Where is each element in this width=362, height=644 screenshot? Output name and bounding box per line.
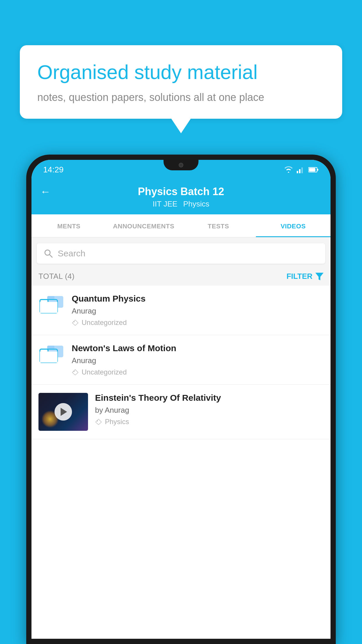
tag-label: Uncategorized [82,318,127,327]
tab-ments[interactable]: MENTS [31,214,106,237]
back-button[interactable]: ← [40,186,51,198]
speech-bubble-subtext: notes, question papers, solutions all at… [37,91,325,104]
svg-point-13 [73,321,75,322]
video-info: Newton's Laws of Motion Anurag Uncategor… [72,343,324,376]
list-item[interactable]: Quantum Physics Anurag Uncategorized [31,286,331,335]
header-tag-iitjee: IIT JEE [153,200,178,209]
svg-line-7 [50,255,52,257]
play-button[interactable] [55,403,72,421]
video-list: Quantum Physics Anurag Uncategorized [31,286,331,639]
video-tag: Physics [95,418,324,426]
svg-rect-18 [40,351,57,363]
search-bar[interactable]: Search [37,243,325,264]
video-info: Quantum Physics Anurag Uncategorized [72,294,324,327]
header-subtitle: IIT JEE Physics [153,200,209,209]
speech-bubble-container: Organised study material notes, question… [20,45,342,119]
tag-icon [72,369,79,375]
total-count: TOTAL (4) [38,272,75,281]
tabs-container: MENTS ANNOUNCEMENTS TESTS VIDEOS [31,214,331,237]
signal-icon [297,166,305,173]
svg-rect-1 [299,169,301,173]
play-triangle-icon [61,408,67,416]
video-author: Anurag [72,307,324,316]
tag-icon [95,419,102,425]
header-title: Physics Batch 12 [138,186,224,198]
folder-icon [38,294,65,317]
filter-label: FILTER [287,272,312,281]
tag-label: Uncategorized [82,368,127,376]
camera [179,163,183,167]
svg-rect-0 [297,171,298,173]
search-icon [44,249,53,258]
status-time: 14:29 [43,165,64,174]
filter-icon [315,273,324,280]
tag-label: Physics [105,418,129,426]
svg-rect-9 [47,296,55,300]
svg-rect-2 [301,167,303,173]
svg-rect-5 [317,169,318,171]
content-area: Search TOTAL (4) FILTER [31,237,331,639]
list-item[interactable]: Einstein's Theory Of Relativity by Anura… [31,385,331,439]
header-tag-physics: Physics [183,200,210,209]
tab-videos[interactable]: VIDEOS [256,214,331,237]
search-placeholder: Search [58,249,85,258]
video-tag: Uncategorized [72,318,324,327]
video-author: Anurag [72,356,324,365]
folder-icon [38,343,65,367]
svg-rect-15 [47,346,55,349]
filter-row: TOTAL (4) FILTER [31,267,331,286]
filter-button[interactable]: FILTER [287,272,324,281]
video-title: Einstein's Theory Of Relativity [95,393,324,403]
notch [164,160,198,170]
video-thumbnail [38,393,88,431]
svg-point-19 [73,371,75,372]
status-icons [284,166,319,173]
phone-mockup: 14:29 [26,155,336,644]
tab-tests[interactable]: TESTS [181,214,256,237]
speech-bubble-heading: Organised study material [37,60,325,84]
wifi-icon [284,166,293,173]
phone-screen: 14:29 [31,160,331,639]
svg-point-20 [97,420,98,421]
video-title: Newton's Laws of Motion [72,343,324,353]
status-bar: 14:29 [31,160,331,178]
header-row: ← Physics Batch 12 [40,186,322,198]
list-item[interactable]: Newton's Laws of Motion Anurag Uncategor… [31,335,331,385]
app-header: ← Physics Batch 12 IIT JEE Physics [31,178,331,214]
video-info: Einstein's Theory Of Relativity by Anura… [95,393,324,426]
svg-rect-12 [40,302,57,313]
tab-announcements[interactable]: ANNOUNCEMENTS [106,214,181,237]
battery-icon [308,167,319,173]
tag-icon [72,319,79,326]
video-title: Quantum Physics [72,294,324,304]
svg-rect-4 [309,168,315,172]
speech-bubble: Organised study material notes, question… [20,45,342,119]
video-tag: Uncategorized [72,368,324,376]
video-author: by Anurag [95,406,324,415]
